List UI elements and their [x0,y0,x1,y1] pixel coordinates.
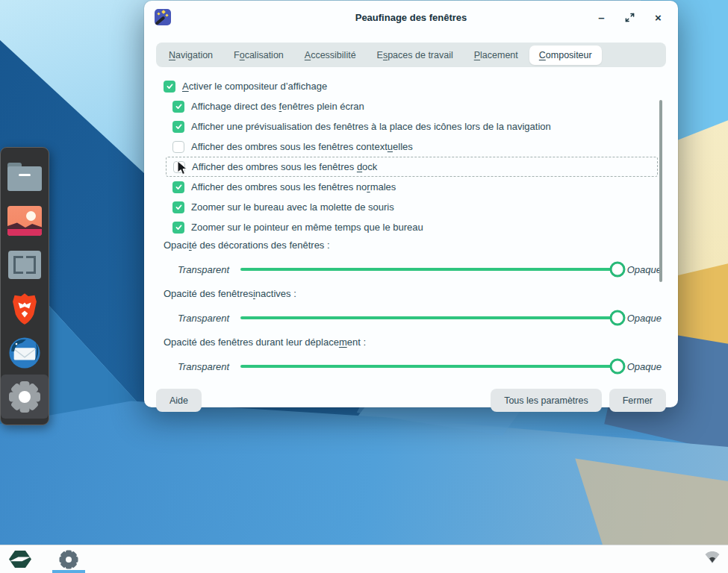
minimize-button[interactable]: – [592,8,611,27]
brave-browser-icon [10,292,40,325]
tab-bar: NavigationFocalisationAccessibilitéEspac… [156,43,666,67]
slider-handle[interactable] [609,310,625,326]
checkbox-checked[interactable] [172,201,184,213]
tab-placement[interactable]: Placement [464,46,528,65]
dock-item-image-viewer[interactable] [1,198,49,242]
checkbox-row[interactable]: Affichage direct des fenêtres plein écra… [144,96,678,116]
slider-title: Opacité des fenêtres durant leur déplace… [144,334,678,349]
checkbox-checked[interactable] [172,121,184,133]
checkbox-unchecked[interactable] [173,161,185,173]
tab-compositeur[interactable]: Compositeur [529,46,602,65]
wifi-icon[interactable] [704,551,721,567]
gear-icon [59,550,78,569]
zorin-logo-icon [8,549,32,569]
dock [0,147,49,425]
desktop: Peaufinage des fenêtres – × NavigationFo… [0,0,728,573]
slider-max-label: Opaque [627,361,662,372]
magic-wand-icon [155,9,171,25]
checkbox-row[interactable]: Zoomer sur le pointeur en même temps que… [144,217,678,237]
slider-row: TransparentOpaque [144,354,678,379]
tab-espaces-de-travail[interactable]: Espaces de travail [367,46,463,65]
dock-item-screenshot-tool[interactable] [1,242,49,286]
checkbox-label: Afficher une prévisualisation des fenêtr… [191,121,551,132]
slider-min-label: Transparent [178,361,229,372]
checkbox-row[interactable]: Afficher des ombres sous les fenêtres no… [144,177,678,197]
checkbox-label: Affichage direct des fenêtres plein écra… [191,101,364,112]
titlebar[interactable]: Peaufinage des fenêtres – × [144,1,678,34]
checkbox-row[interactable]: Afficher des ombres sous les fenêtres co… [144,137,678,157]
checkbox-checked[interactable] [164,81,175,93]
slider-handle[interactable] [609,359,625,375]
checkbox-checked[interactable] [172,101,184,113]
slider-list: Opacité des décorations des fenêtres :Tr… [144,237,678,379]
dock-item-brave-browser[interactable] [1,286,49,331]
screenshot-tool-icon [8,251,41,279]
slider-max-label: Opaque [627,264,662,275]
dock-item-settings[interactable] [1,375,49,419]
checkbox-checked[interactable] [172,181,184,193]
scrollbar[interactable] [659,100,662,282]
slider-min-label: Transparent [178,264,229,275]
checkbox-row[interactable]: Zoomer sur le bureau avec la molette de … [144,197,678,217]
dock-item-thunderbird[interactable] [1,331,49,375]
tab-accessibilite[interactable]: Accessibilité [295,46,366,65]
slider-max-label: Opaque [627,313,662,324]
thunderbird-icon [8,336,41,369]
help-button[interactable]: Aide [156,389,202,412]
opacity-slider[interactable] [240,268,617,271]
checkbox-row[interactable]: Afficher des ombres sous les fenêtres do… [166,157,658,177]
slider-min-label: Transparent [178,313,229,324]
checkbox-checked[interactable] [172,222,184,234]
checkbox-label: Activer le compositeur d’affichage [182,81,327,92]
slider-title: Opacité des décorations des fenêtres : [144,237,678,252]
checkbox-label: Afficher des ombres sous les fenêtres do… [192,161,377,172]
dialog-button-row: Aide Tous les paramètres Fermer [144,380,678,412]
checkbox-row[interactable]: Activer le compositeur d’affichage [144,76,678,96]
window-peaufinage-des-fenetres: Peaufinage des fenêtres – × NavigationFo… [144,1,678,407]
checkbox-list: Activer le compositeur d’affichageAffich… [144,76,678,237]
zorin-menu-button[interactable] [7,545,33,573]
opacity-slider[interactable] [240,316,617,319]
tab-focalisation[interactable]: Focalisation [224,46,293,65]
slider-handle[interactable] [609,262,625,278]
checkbox-label: Zoomer sur le bureau avec la molette de … [191,201,394,213]
taskbar-item-settings[interactable] [52,545,85,573]
settings-gear-icon [8,381,41,413]
checkbox-label: Zoomer sur le pointeur en même temps que… [191,222,423,233]
checkbox-label: Afficher des ombres sous les fenêtres no… [191,181,396,192]
system-tray [704,551,721,567]
image-viewer-icon [7,206,42,236]
slider-title: Opacité des fenêtres inactives : [144,286,678,301]
slider-row: TransparentOpaque [144,305,678,331]
restore-icon [625,13,635,22]
taskbar [0,545,728,573]
compositor-settings-panel: Activer le compositeur d’affichageAffich… [144,67,678,380]
checkbox-unchecked[interactable] [172,141,184,153]
close-button[interactable]: × [649,8,668,27]
opacity-slider[interactable] [240,365,617,368]
checkbox-row[interactable]: Afficher une prévisualisation des fenêtr… [144,116,678,137]
dock-item-file-manager[interactable] [1,154,49,198]
all-settings-button[interactable]: Tous les paramètres [491,389,602,412]
close-dialog-button[interactable]: Fermer [609,389,666,412]
checkbox-label: Afficher des ombres sous les fenêtres co… [191,141,413,152]
maximize-button[interactable] [620,8,639,27]
file-manager-icon [7,163,42,191]
tab-navigation[interactable]: Navigation [159,46,223,65]
slider-row: TransparentOpaque [144,257,678,282]
active-task-indicator [52,570,85,573]
